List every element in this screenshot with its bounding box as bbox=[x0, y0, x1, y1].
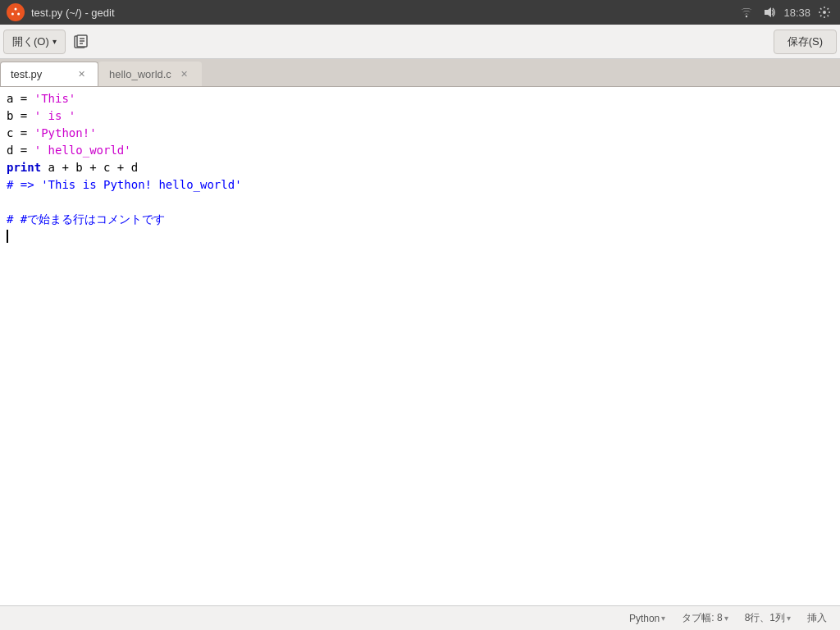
language-selector[interactable]: Python ▾ bbox=[623, 611, 672, 626]
code-line-2: b = ' is ' bbox=[7, 107, 833, 125]
position-dropdown-arrow[interactable]: ▾ bbox=[787, 614, 791, 623]
position-indicator[interactable]: 8行、1列 ▾ bbox=[738, 609, 797, 627]
open-dropdown-arrow[interactable]: ▾ bbox=[52, 37, 57, 46]
code-line-8: # #で始まる行はコメントです bbox=[7, 211, 833, 228]
language-dropdown-arrow[interactable]: ▾ bbox=[661, 614, 665, 623]
language-label: Python bbox=[629, 613, 660, 624]
open-button[interactable]: 開く(O) ▾ bbox=[3, 30, 66, 54]
svg-point-3 bbox=[11, 13, 14, 16]
svg-point-4 bbox=[746, 16, 747, 17]
svg-marker-5 bbox=[765, 7, 771, 17]
tab-hello-world-c-close[interactable]: ✕ bbox=[178, 68, 191, 81]
titlebar-title: test.py (~/) - gedit bbox=[31, 7, 115, 19]
volume-icon[interactable] bbox=[760, 3, 778, 21]
settings-icon[interactable] bbox=[815, 3, 833, 21]
toolbar: 開く(O) ▾ 保存(S) bbox=[0, 25, 840, 59]
tab-hello-world-c[interactable]: hello_world.c ✕ bbox=[98, 62, 202, 86]
statusbar: Python ▾ タブ幅: 8 ▾ 8行、1列 ▾ 挿入 bbox=[0, 605, 840, 630]
network-icon[interactable] bbox=[737, 3, 756, 21]
code-line-1: a = 'This' bbox=[7, 90, 833, 107]
tab-test-py-close[interactable]: ✕ bbox=[75, 68, 88, 81]
tab-test-py[interactable]: test.py ✕ bbox=[0, 62, 98, 86]
clock: 18:38 bbox=[783, 7, 810, 19]
svg-point-6 bbox=[823, 11, 826, 14]
ubuntu-icon bbox=[7, 3, 25, 21]
code-line-6: # => 'This is Python! hello_world' bbox=[7, 176, 833, 194]
tab-test-py-label: test.py bbox=[11, 68, 42, 80]
titlebar: test.py (~/) - gedit 18:38 bbox=[0, 0, 840, 25]
titlebar-left: test.py (~/) - gedit bbox=[7, 3, 115, 21]
insert-mode-indicator[interactable]: 挿入 bbox=[801, 609, 833, 627]
tab-width-dropdown-arrow[interactable]: ▾ bbox=[724, 614, 728, 623]
new-window-button[interactable] bbox=[67, 30, 94, 54]
position-label: 8行、1列 bbox=[745, 611, 785, 625]
tab-hello-world-c-label: hello_world.c bbox=[109, 68, 171, 80]
svg-point-1 bbox=[15, 8, 17, 11]
code-line-4: d = ' hello_world' bbox=[7, 142, 833, 159]
open-label: 開く(O) bbox=[12, 34, 49, 49]
toolbar-left: 開く(O) ▾ bbox=[3, 30, 94, 54]
insert-mode-label: 挿入 bbox=[807, 611, 827, 625]
save-button[interactable]: 保存(S) bbox=[774, 30, 837, 54]
tab-width-selector[interactable]: タブ幅: 8 ▾ bbox=[675, 609, 734, 627]
svg-point-2 bbox=[17, 13, 20, 16]
code-line-cursor bbox=[7, 228, 833, 245]
titlebar-right: 18:38 bbox=[737, 3, 833, 21]
code-line-5: print a + b + c + d bbox=[7, 159, 833, 176]
editor[interactable]: a = 'This' b = ' is ' c = 'Python!' d = … bbox=[0, 87, 840, 605]
tab-width-label: タブ幅: 8 bbox=[682, 611, 722, 625]
code-line-3: c = 'Python!' bbox=[7, 125, 833, 142]
code-line-7 bbox=[7, 194, 833, 211]
tabbar: test.py ✕ hello_world.c ✕ bbox=[0, 59, 840, 87]
